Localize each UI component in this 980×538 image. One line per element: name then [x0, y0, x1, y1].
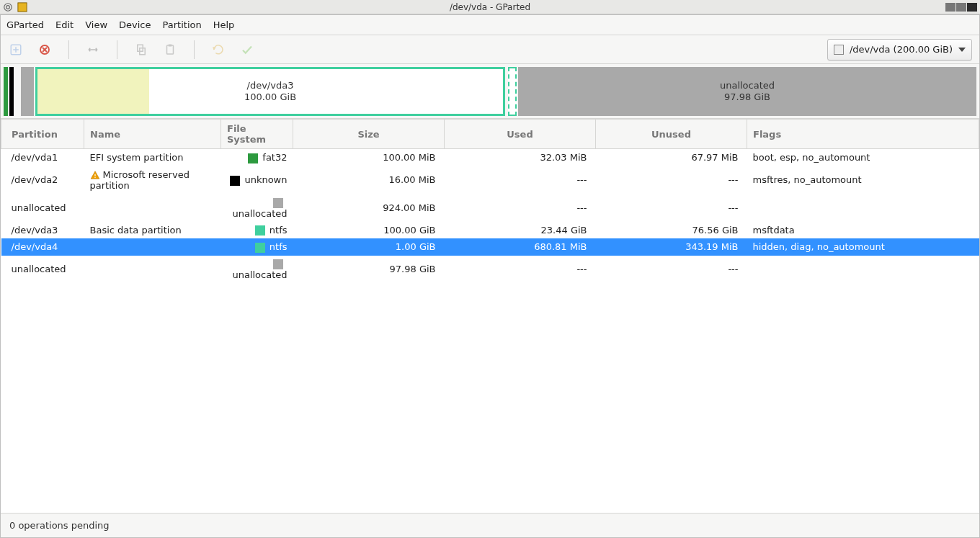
table-row[interactable]: /dev/vda3Basic data partitionntfs100.00 … — [1, 222, 979, 239]
menu-help[interactable]: Help — [213, 19, 235, 30]
cell-flags: msftres, no_automount — [747, 166, 979, 194]
cell-name: EFI system partition — [84, 149, 221, 166]
paste-button[interactable] — [162, 42, 178, 58]
cell-size: 16.00 MiB — [293, 166, 445, 194]
new-partition-button[interactable] — [8, 42, 24, 58]
cell-partition: unallocated — [1, 256, 84, 284]
app-icon[interactable] — [17, 2, 27, 12]
cell-name: Basic data partition — [84, 222, 221, 239]
cell-name — [84, 238, 221, 256]
cell-partition: unallocated — [1, 194, 84, 222]
graph-seg-vda4[interactable] — [508, 67, 517, 116]
graph-seg-vda3-size: 100.00 GiB — [244, 91, 296, 103]
cell-partition: /dev/vda3 — [1, 222, 84, 239]
cell-name — [84, 256, 221, 284]
col-name[interactable]: Name — [84, 120, 221, 149]
graph-seg-unallocated-large[interactable]: unallocated 97.98 GiB — [518, 67, 976, 116]
col-fs[interactable]: File System — [221, 120, 293, 149]
graph-seg-unalloc-name: unallocated — [720, 80, 775, 91]
delete-partition-button[interactable] — [37, 42, 53, 58]
menubar: GParted Edit View Device Partition Help — [1, 15, 979, 35]
col-unused[interactable]: Unused — [596, 120, 747, 149]
apply-button[interactable] — [239, 42, 255, 58]
workspace-switcher[interactable] — [945, 3, 977, 12]
cell-used: --- — [445, 166, 596, 194]
os-taskbar: /dev/vda - GParted — [0, 0, 980, 14]
svg-rect-9 — [94, 174, 95, 176]
cell-fs: unallocated — [221, 194, 293, 222]
cell-used: 23.44 GiB — [445, 222, 596, 239]
table-header-row[interactable]: Partition Name File System Size Used Unu… — [1, 120, 979, 149]
status-pending: 0 operations pending — [9, 520, 110, 531]
cell-flags: hidden, diag, no_automount — [747, 238, 979, 256]
cell-partition: /dev/vda2 — [1, 166, 84, 194]
statusbar: 0 operations pending — [1, 513, 979, 537]
cell-partition: /dev/vda1 — [1, 149, 84, 166]
toolbar-separator — [117, 40, 117, 59]
menu-view[interactable]: View — [85, 19, 107, 30]
graph-seg-unallocated-small[interactable] — [21, 67, 34, 116]
graph-seg-vda3[interactable]: /dev/vda3 100.00 GiB — [35, 67, 505, 116]
device-selector[interactable]: /dev/vda (200.00 GiB) — [827, 39, 972, 60]
cell-fs: fat32 — [221, 149, 293, 166]
svg-rect-7 — [167, 45, 174, 54]
cell-used: 32.03 MiB — [445, 149, 596, 166]
svg-rect-8 — [169, 44, 172, 46]
cell-name: Microsoft reserved partition — [84, 166, 221, 194]
table-row[interactable]: /dev/vda1EFI system partitionfat32100.00… — [1, 149, 979, 166]
partition-table: Partition Name File System Size Used Unu… — [1, 119, 979, 283]
table-row[interactable]: /dev/vda2Microsoft reserved partitionunk… — [1, 166, 979, 194]
undo-button[interactable] — [210, 42, 226, 58]
graph-seg-vda1[interactable] — [4, 67, 8, 116]
cell-name — [84, 194, 221, 222]
fs-swatch — [273, 259, 283, 269]
resize-move-button[interactable] — [85, 42, 101, 58]
menu-gparted[interactable]: GParted — [6, 19, 44, 30]
cell-size: 1.00 GiB — [293, 238, 445, 256]
copy-button[interactable] — [133, 42, 149, 58]
cell-flags: msftdata — [747, 222, 979, 239]
table-row[interactable]: /dev/vda4ntfs1.00 GiB680.81 MiB343.19 Mi… — [1, 238, 979, 256]
graph-seg-unalloc-size: 97.98 GiB — [724, 91, 770, 103]
fs-swatch — [255, 225, 265, 236]
window-title: /dev/vda - GParted — [0, 2, 980, 12]
cell-size: 100.00 GiB — [293, 222, 445, 239]
menu-edit[interactable]: Edit — [55, 19, 74, 30]
cell-partition: /dev/vda4 — [1, 238, 84, 256]
fs-swatch — [273, 198, 283, 208]
partition-graph[interactable]: /dev/vda3 100.00 GiB unallocated 97.98 G… — [1, 64, 979, 119]
cell-fs: unknown — [221, 166, 293, 194]
svg-point-1 — [6, 5, 10, 9]
cell-used: 680.81 MiB — [445, 238, 596, 256]
col-size[interactable]: Size — [293, 120, 445, 149]
cell-flags — [747, 256, 979, 284]
table-row[interactable]: unallocatedunallocated97.98 GiB------ — [1, 256, 979, 284]
warning-icon — [90, 170, 100, 180]
col-flags[interactable]: Flags — [747, 120, 979, 149]
app-window: GParted Edit View Device Partition Help — [0, 14, 980, 538]
debian-icon[interactable] — [3, 2, 13, 12]
disk-icon — [834, 45, 844, 55]
menu-device[interactable]: Device — [119, 19, 151, 30]
col-used[interactable]: Used — [445, 120, 596, 149]
svg-point-0 — [4, 3, 12, 11]
fs-swatch — [248, 153, 258, 163]
cell-flags — [747, 194, 979, 222]
cell-unused: 343.19 MiB — [596, 238, 747, 256]
fs-swatch — [255, 243, 265, 253]
cell-unused: --- — [596, 256, 747, 284]
cell-size: 100.00 MiB — [293, 149, 445, 166]
graph-seg-vda2[interactable] — [9, 67, 14, 116]
partition-table-wrap[interactable]: Partition Name File System Size Used Unu… — [1, 119, 979, 513]
table-row[interactable]: unallocatedunallocated924.00 MiB------ — [1, 194, 979, 222]
col-partition[interactable]: Partition — [1, 120, 84, 149]
graph-seg-vda3-name: /dev/vda3 — [247, 80, 294, 91]
cell-size: 97.98 GiB — [293, 256, 445, 284]
toolbar: /dev/vda (200.00 GiB) — [1, 35, 979, 64]
menu-partition[interactable]: Partition — [163, 19, 202, 30]
cell-size: 924.00 MiB — [293, 194, 445, 222]
svg-rect-10 — [94, 177, 95, 178]
cell-used: --- — [445, 256, 596, 284]
cell-flags: boot, esp, no_automount — [747, 149, 979, 166]
cell-used: --- — [445, 194, 596, 222]
